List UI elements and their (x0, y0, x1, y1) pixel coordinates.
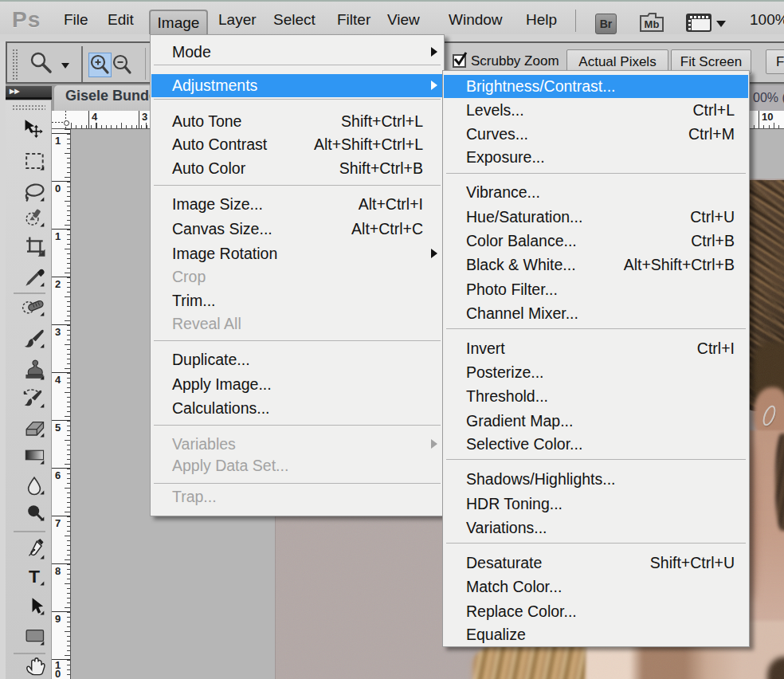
svg-text:T: T (29, 566, 40, 587)
svg-text:Mb: Mb (645, 18, 660, 30)
